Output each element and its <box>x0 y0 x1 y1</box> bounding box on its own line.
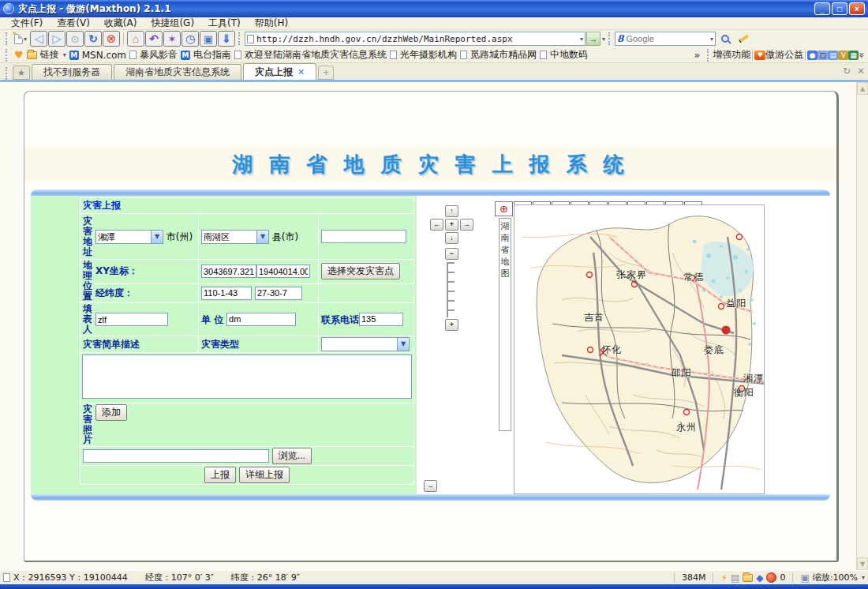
link-item[interactable]: 中地数码 <box>550 48 588 62</box>
blue-globe-icon[interactable]: ● <box>807 51 817 60</box>
submit-button[interactable]: 上报 <box>204 467 236 483</box>
restore-button[interactable]: □ <box>832 2 847 15</box>
pages-icon[interactable]: ▤ <box>828 51 838 60</box>
latitude-input[interactable] <box>255 287 302 300</box>
pick-disaster-point-button[interactable]: 选择突发灾害点 <box>321 263 400 279</box>
city-select[interactable]: 湘潭▼ <box>95 230 163 244</box>
detail-submit-button[interactable]: 详细上报 <box>239 467 290 483</box>
tab-server-not-found[interactable]: 找不到服务器 <box>32 64 112 80</box>
collapse-panel-button[interactable]: → <box>424 480 437 492</box>
menu-tools[interactable]: 工具(T) <box>202 17 247 30</box>
tab-disaster-report[interactable]: 灾点上报✕ <box>243 63 316 80</box>
add-photo-button[interactable]: 添加 <box>95 404 127 421</box>
close-tabs-icon[interactable]: ✕ <box>857 66 865 77</box>
y-coord-input[interactable] <box>256 264 310 278</box>
boost-lightning-icon[interactable]: ⚡ <box>720 573 727 583</box>
search-dropdown-icon[interactable]: ▾ <box>710 36 713 43</box>
link-item[interactable]: 光年摄影机构 <box>400 48 457 62</box>
map-canvas[interactable]: 张家界 常德 益阳 吉首 怀化 娄底 湘潭 邵阳 衡阳 永州 <box>514 204 765 494</box>
content-scrollbar[interactable]: ▲ ▼ <box>856 82 868 570</box>
new-page-button[interactable]: ▾ <box>12 31 29 47</box>
x-coord-input[interactable] <box>201 264 256 278</box>
refresh-button[interactable]: ↻ <box>84 31 102 47</box>
back-button[interactable]: ◁ <box>30 31 47 47</box>
chevron-down-icon[interactable]: ▼ <box>151 231 163 243</box>
printer-icon[interactable]: ▤ <box>731 573 739 583</box>
maxthon-charity-link[interactable]: 傲游公益 <box>765 48 803 62</box>
download-button[interactable]: ⇓ <box>218 31 235 47</box>
chevron-down-icon[interactable]: ▼ <box>397 338 409 351</box>
zoom-in-tool[interactable]: ⊕ <box>495 201 513 216</box>
tab-list-star-button[interactable]: ★ <box>13 66 30 80</box>
address-detail-input[interactable] <box>321 230 406 243</box>
chevron-down-icon[interactable]: ▼ <box>256 231 268 243</box>
new-tab-button[interactable]: + <box>318 66 334 80</box>
disaster-desc-textarea[interactable] <box>82 355 412 399</box>
menu-favorites[interactable]: 收藏(A) <box>98 17 144 30</box>
enhance-features-link[interactable]: 增强功能 <box>713 48 750 62</box>
resize-window-icon[interactable]: ▣ <box>800 573 809 583</box>
links-folder-label[interactable]: 链接 <box>40 48 59 62</box>
zoom-dropdown-icon[interactable]: ▾ <box>862 574 865 581</box>
url-input[interactable] <box>256 34 577 44</box>
highlight-button[interactable] <box>735 31 752 47</box>
pan-down-button[interactable]: ↓ <box>445 232 458 244</box>
links-folder-dropdown-icon[interactable]: ▾ <box>63 51 66 58</box>
minimize-button[interactable]: _ <box>814 2 830 15</box>
search-input[interactable] <box>626 34 707 43</box>
pan-right-button[interactable]: → <box>460 219 473 231</box>
photo-file-input[interactable] <box>83 449 269 463</box>
letter-v-icon[interactable]: V <box>838 51 848 60</box>
scroll-down-icon[interactable]: ▼ <box>857 557 868 570</box>
pan-center-button[interactable]: + <box>445 219 458 231</box>
favorites-heart-icon[interactable]: ♥ <box>14 49 24 61</box>
menu-file[interactable]: 文件(F) <box>5 17 49 30</box>
folder-icon[interactable] <box>743 574 753 582</box>
url-dropdown-icon[interactable]: ▾ <box>580 36 583 43</box>
home-button[interactable]: ⌂ <box>127 31 144 47</box>
zoom-slider[interactable] <box>447 262 455 317</box>
browse-button[interactable]: 浏览... <box>272 448 312 464</box>
scroll-up-icon[interactable]: ▲ <box>857 82 868 95</box>
undo-button[interactable]: ↶ <box>145 31 163 47</box>
link-item[interactable]: 觅路城市精品网 <box>470 48 537 62</box>
pan-up-button[interactable]: ↑ <box>445 205 458 217</box>
refresh-tabs-icon[interactable]: ↻ <box>843 66 851 77</box>
snapshot-button[interactable]: ▣ <box>200 31 217 47</box>
stop-button[interactable]: ⊗ <box>103 31 120 47</box>
search-go-button[interactable] <box>716 31 734 47</box>
go-dropdown-icon[interactable]: ▾ <box>602 36 605 43</box>
link-item[interactable]: 电台指南 <box>193 48 231 62</box>
far-overflow-chevron[interactable]: » <box>856 52 867 58</box>
tab-hunan-geo-system[interactable]: 湖南省地质灾害信息系统 <box>114 64 241 80</box>
history-button[interactable]: ◷ <box>181 31 199 47</box>
tab-close-icon[interactable]: ✕ <box>297 67 305 77</box>
menu-help[interactable]: 帮助(H) <box>249 17 294 30</box>
address-bar: ▾ <box>245 32 586 46</box>
link-item[interactable]: 欢迎登陆湖南省地质灾害信息系统 <box>245 48 387 62</box>
disaster-type-select[interactable]: ▼ <box>321 337 410 351</box>
pan-left-button[interactable]: ← <box>430 219 443 231</box>
links-overflow-chevron[interactable]: » <box>694 50 700 61</box>
link-item[interactable]: MSN.com <box>82 50 126 61</box>
ad-blocker-icon[interactable] <box>766 572 776 583</box>
close-button[interactable]: × <box>849 2 865 15</box>
reporter-name-input[interactable] <box>95 313 168 326</box>
link-item[interactable]: 暴风影音 <box>140 48 178 62</box>
go-button[interactable]: → <box>586 32 600 46</box>
zoom-plus-button[interactable]: + <box>445 319 458 331</box>
zoom-level-label[interactable]: 缩放:100% <box>813 572 858 583</box>
menu-groups[interactable]: 快捷组(G) <box>144 17 200 30</box>
county-select[interactable]: 雨湖区▼ <box>201 230 269 244</box>
zoom-minus-button[interactable]: − <box>445 248 458 260</box>
unit-input[interactable] <box>226 313 296 326</box>
search-engine-icon[interactable]: 8 <box>617 33 623 44</box>
diamond-icon[interactable]: ◆ <box>756 573 763 583</box>
forward-button[interactable]: ▷ <box>48 31 65 47</box>
menu-view[interactable]: 查看(V) <box>51 17 96 30</box>
longitude-input[interactable] <box>201 287 252 300</box>
phone-input[interactable] <box>359 313 403 326</box>
history-dropdown-button[interactable]: ⊙ <box>66 31 84 47</box>
window-icon[interactable]: ▢ <box>817 51 828 60</box>
magic-wand-button[interactable]: ✶ <box>163 31 181 47</box>
